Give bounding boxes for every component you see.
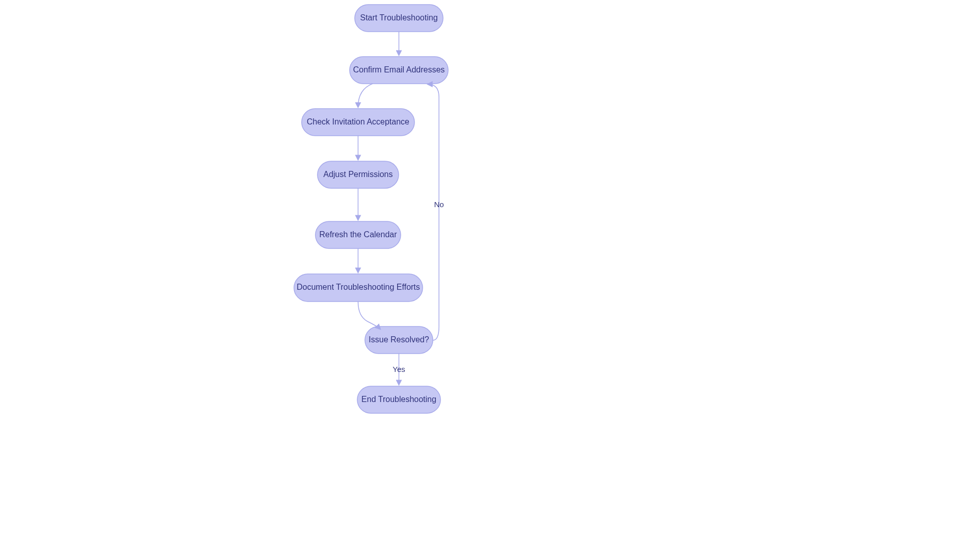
node-issue-label: Issue Resolved?: [369, 335, 429, 344]
flowchart-canvas: Start Troubleshooting Confirm Email Addr…: [0, 0, 980, 551]
edge-confirm-check: [358, 84, 373, 107]
edge-no-label: No: [434, 200, 444, 209]
node-confirm-label: Confirm Email Addresses: [353, 65, 445, 74]
node-check-label: Check Invitation Acceptance: [307, 117, 409, 126]
node-document-label: Document Troubleshooting Efforts: [297, 283, 420, 291]
node-issue: Issue Resolved?: [365, 327, 433, 354]
edge-document-issue: [358, 302, 381, 329]
node-start: Start Troubleshooting: [355, 5, 443, 32]
node-start-label: Start Troubleshooting: [360, 13, 437, 22]
node-adjust-label: Adjust Permissions: [323, 170, 393, 179]
node-end-label: End Troubleshooting: [361, 395, 436, 404]
node-document: Document Troubleshooting Efforts: [294, 274, 423, 302]
edge-issue-confirm: [428, 84, 439, 340]
node-end: End Troubleshooting: [357, 386, 440, 413]
node-refresh: Refresh the Calendar: [315, 221, 401, 248]
node-adjust: Adjust Permissions: [317, 161, 399, 188]
node-refresh-label: Refresh the Calendar: [319, 230, 397, 239]
node-check: Check Invitation Acceptance: [302, 109, 414, 136]
edge-yes-label: Yes: [393, 365, 405, 373]
node-confirm: Confirm Email Addresses: [350, 57, 448, 84]
